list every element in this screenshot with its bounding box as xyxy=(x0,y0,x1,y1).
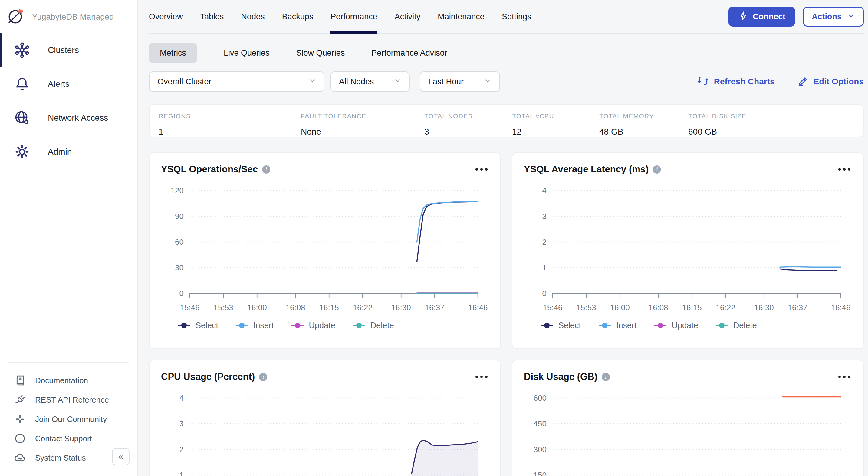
svg-text:15:46: 15:46 xyxy=(180,303,199,312)
svg-text:16:15: 16:15 xyxy=(682,303,702,312)
svg-text:16:46: 16:46 xyxy=(831,303,850,312)
chevron-down-icon xyxy=(308,76,317,87)
stat-total-disk-size: TOTAL DISK SIZE 600 GB xyxy=(688,112,746,137)
sidebar-item-label: Clusters xyxy=(48,45,79,55)
chart-menu-button[interactable] xyxy=(838,374,851,380)
sidebar-item-rest-api[interactable]: REST API Reference xyxy=(7,390,130,409)
time-range-select[interactable]: Last Hour xyxy=(420,71,500,92)
gear-icon xyxy=(13,142,31,161)
chart-header: YSQL Operations/Sec i xyxy=(150,153,500,175)
tab-backups[interactable]: Backups xyxy=(282,0,314,34)
svg-text:1: 1 xyxy=(180,471,184,476)
refresh-label: Refresh Charts xyxy=(714,77,775,87)
chart-menu-button[interactable] xyxy=(475,166,488,172)
svg-text:16:00: 16:00 xyxy=(247,303,267,312)
svg-text:?: ? xyxy=(19,436,22,442)
legend-item-delete[interactable]: Delete xyxy=(716,321,757,330)
svg-text:15:46: 15:46 xyxy=(542,303,562,312)
cluster-scope-select[interactable]: Overall Cluster xyxy=(149,71,324,92)
legend-item-select[interactable]: Select xyxy=(178,321,218,330)
sidebar-divider xyxy=(8,362,129,363)
chart-header: CPU Usage (Percent) i xyxy=(150,361,500,382)
tab-tables[interactable]: Tables xyxy=(200,0,224,34)
legend-item-delete[interactable]: Delete xyxy=(353,321,394,330)
sidebar-item-community[interactable]: Join Our Community xyxy=(7,409,130,429)
svg-text:2: 2 xyxy=(180,445,184,454)
brand[interactable]: YugabyteDB Managed xyxy=(0,0,137,33)
svg-text:0: 0 xyxy=(180,289,184,298)
svg-text:3: 3 xyxy=(180,419,184,428)
refresh-charts-button[interactable]: Refresh Charts xyxy=(697,75,775,89)
info-icon[interactable]: i xyxy=(262,165,270,174)
slack-icon xyxy=(13,412,27,426)
legend-label: Update xyxy=(309,321,335,330)
subtab-metrics[interactable]: Metrics xyxy=(149,43,197,63)
yugabyte-logo-icon xyxy=(6,7,25,27)
tab-activity[interactable]: Activity xyxy=(395,0,421,34)
svg-text:3: 3 xyxy=(542,212,547,221)
svg-text:90: 90 xyxy=(175,212,184,221)
stat-label: TOTAL MEMORY xyxy=(599,112,688,120)
chart-legend: SelectInsertUpdateDelete xyxy=(150,321,500,330)
info-icon[interactable]: i xyxy=(653,165,661,174)
legend-item-insert[interactable]: Insert xyxy=(599,321,637,330)
ysql-latency-chart: 0123415:4615:5316:0016:0816:1516:2216:30… xyxy=(513,178,863,318)
collapse-chevrons-icon: « xyxy=(118,451,123,462)
chart-title: YSQL Average Latency (ms) xyxy=(524,164,649,175)
legend-marker-icon xyxy=(291,325,304,326)
chart-menu-button[interactable] xyxy=(838,166,851,172)
legend-label: Delete xyxy=(370,321,394,330)
tab-maintenance[interactable]: Maintenance xyxy=(438,0,485,34)
legend-item-insert[interactable]: Insert xyxy=(236,321,274,330)
refresh-icon xyxy=(697,75,709,89)
svg-text:1: 1 xyxy=(542,263,547,272)
sidebar-item-admin[interactable]: Admin xyxy=(0,135,137,169)
svg-text:16:15: 16:15 xyxy=(319,303,339,312)
info-icon[interactable]: i xyxy=(602,373,610,381)
stat-label: TOTAL DISK SIZE xyxy=(688,112,746,120)
chevron-down-icon xyxy=(484,76,492,87)
book-icon xyxy=(13,374,27,387)
info-icon[interactable]: i xyxy=(259,373,267,381)
edit-options-button[interactable]: Edit Options xyxy=(797,75,864,89)
help-circle-icon: ? xyxy=(13,432,27,445)
legend-item-update[interactable]: Update xyxy=(654,321,698,330)
sidebar: YugabyteDB Managed Clusters xyxy=(0,0,138,476)
legend-item-select[interactable]: Select xyxy=(541,321,581,330)
subtab-slow-queries[interactable]: Slow Queries xyxy=(296,48,345,58)
svg-text:2: 2 xyxy=(542,237,547,246)
sidebar-item-label: Alerts xyxy=(48,79,70,89)
sidebar-item-documentation[interactable]: Documentation xyxy=(7,371,130,390)
legend-item-update[interactable]: Update xyxy=(291,321,335,330)
connect-button[interactable]: Connect xyxy=(728,7,795,27)
sidebar-item-contact-support[interactable]: ? Contact Support xyxy=(7,429,130,448)
tab-nodes[interactable]: Nodes xyxy=(241,0,265,34)
svg-text:30: 30 xyxy=(175,263,184,272)
sidebar-item-alerts[interactable]: Alerts xyxy=(0,67,137,101)
chart-menu-button[interactable] xyxy=(475,374,488,380)
stat-value: None xyxy=(301,127,424,137)
main-content: Overview Tables Nodes Backups Performanc… xyxy=(138,0,868,476)
sidebar-item-clusters[interactable]: Clusters xyxy=(0,33,137,67)
top-actions: Connect Actions xyxy=(728,7,864,27)
tab-overview[interactable]: Overview xyxy=(149,0,183,34)
tab-settings[interactable]: Settings xyxy=(502,0,531,34)
nodes-select[interactable]: All Nodes xyxy=(331,71,410,92)
svg-text:16:22: 16:22 xyxy=(353,303,373,312)
stat-fault-tolerance: FAULT TOLERANCE None xyxy=(301,112,424,137)
legend-marker-icon xyxy=(541,325,553,326)
connect-label: Connect xyxy=(753,12,785,22)
svg-text:300: 300 xyxy=(534,445,547,454)
tab-performance[interactable]: Performance xyxy=(331,0,377,34)
legend-marker-icon xyxy=(353,325,365,326)
clusters-icon xyxy=(13,41,31,60)
lightning-icon xyxy=(738,10,748,23)
svg-text:16:08: 16:08 xyxy=(649,303,668,312)
subtab-performance-advisor[interactable]: Performance Advisor xyxy=(371,48,447,58)
sidebar-collapse-button[interactable]: « xyxy=(112,448,129,465)
subtab-live-queries[interactable]: Live Queries xyxy=(224,48,270,58)
actions-button[interactable]: Actions xyxy=(803,7,864,27)
sidebar-footer-label: Join Our Community xyxy=(35,415,107,424)
sidebar-item-network-access[interactable]: Network Access xyxy=(0,101,137,135)
performance-subtabs: Metrics Live Queries Slow Queries Perfor… xyxy=(149,43,864,63)
